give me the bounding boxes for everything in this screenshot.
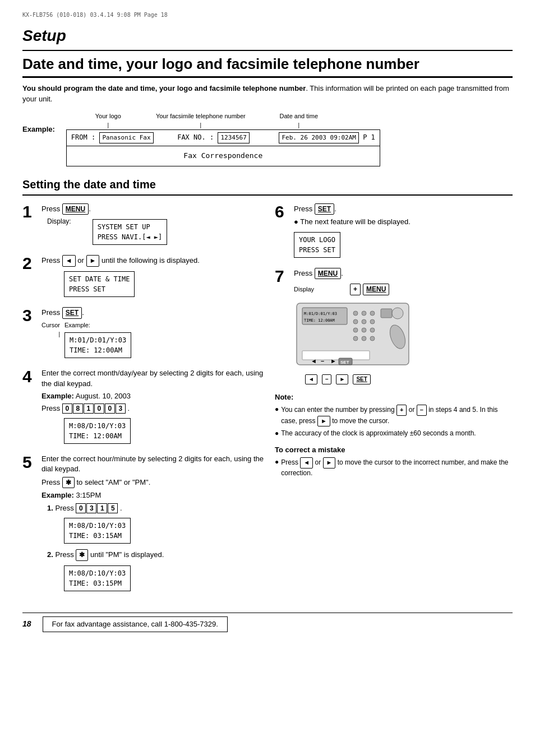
right-key-2[interactable]: ► — [86, 255, 100, 267]
fax-date-value: Feb. 26 2003 09:02AM P 1 — [279, 132, 375, 143]
step-6-bullet: ● The next feature will be displayed. — [294, 217, 513, 227]
plus-key-note[interactable]: + — [396, 405, 407, 415]
step-3-content: Press SET. Cursor | Example: M:01/D:01/Y… — [41, 307, 264, 360]
notes-section: Note: ● You can enter the number by pres… — [275, 392, 513, 438]
step-4: 4 Enter the correct month/day/year by se… — [22, 368, 264, 446]
step-7: 7 Press MENU. Display + MENU — [275, 268, 513, 385]
svg-point-14 — [362, 336, 366, 341]
step-5-text2: Press ✱ to select "AM" or "PM". — [41, 477, 264, 489]
svg-rect-16 — [381, 309, 392, 318]
step-2-content: Press ◄ or ► until the following is disp… — [41, 255, 264, 299]
device-display-label: Display — [294, 285, 314, 294]
right-key-7[interactable]: ► — [336, 374, 348, 384]
step-6-display: YOUR LOGO PRESS SET — [294, 232, 340, 258]
menu-key-1[interactable]: MENU — [62, 203, 89, 215]
svg-point-10 — [353, 328, 358, 332]
step-7-number: 7 — [275, 268, 288, 285]
example-area: Example: Your logo Your facsimile teleph… — [22, 112, 513, 166]
example-diagram: Your logo Your facsimile telephone numbe… — [66, 112, 513, 166]
svg-point-4 — [353, 311, 358, 316]
step-5-number: 5 — [22, 454, 36, 471]
right-column: 6 Press SET. ● The next feature will be … — [275, 203, 513, 601]
step-5-content: Enter the correct hour/minute by selecti… — [41, 454, 264, 593]
svg-point-17 — [392, 308, 403, 319]
step-4-example: Example: August. 10, 2003 — [41, 391, 264, 401]
step-2-text: Press ◄ or ► until the following is disp… — [41, 255, 264, 267]
menu-key-7[interactable]: MENU — [315, 268, 341, 280]
svg-text:►: ► — [330, 358, 336, 364]
step-4-digits: 0 8 1 0 0 3 — [62, 403, 126, 414]
step-6-content: Press SET. ● The next feature will be di… — [294, 203, 513, 260]
step-1-display: SYSTEM SET UP PRESS NAVI.[◄ ►] — [93, 219, 168, 245]
left-key-correct[interactable]: ◄ — [300, 457, 313, 468]
page-footer: 18 For fax advantage assistance, call 1-… — [22, 613, 513, 632]
step-4-display: M:08/D:10/Y:03 TIME: 12:00AM — [64, 418, 131, 444]
step-7-content: Press MENU. Display + MENU — [294, 268, 513, 385]
left-column: 1 Press MENU. Display: SYSTEM SET UP PRE… — [22, 203, 264, 601]
footer-text: For fax advantage assistance, call 1-800… — [43, 616, 228, 632]
arrow-date-label: Date and time — [257, 112, 341, 120]
left-key-2[interactable]: ◄ — [62, 255, 76, 267]
set-key-3[interactable]: SET — [62, 307, 82, 319]
right-key-correct[interactable]: ► — [323, 457, 336, 468]
correct-title: To correct a mistake — [275, 445, 513, 455]
step-6: 6 Press SET. ● The next feature will be … — [275, 203, 513, 260]
main-title: Date and time, your logo and facsimile t… — [22, 55, 513, 78]
plus-key-label: + — [350, 284, 361, 295]
page-number: 18 — [22, 619, 31, 630]
note-title: Note: — [275, 392, 513, 402]
step-5-display-1: M:08/D:10/Y:03 TIME: 03:15AM — [64, 518, 131, 544]
example-label: Example: — [22, 124, 55, 134]
step-3-display: M:01/D:01/Y:03 TIME: 12:00AM — [64, 332, 131, 358]
sub-step-5-2: 2. Press ✱ until "PM" is displayed. — [47, 549, 264, 561]
step-4-text: Enter the correct month/day/year by sele… — [41, 368, 264, 388]
set-key-7[interactable]: SET — [353, 374, 370, 384]
star-key-5[interactable]: ✱ — [62, 477, 75, 489]
step-1-number: 1 — [22, 203, 36, 220]
step-1-text: Press MENU. — [41, 203, 264, 215]
cursor-label: Cursor — [41, 321, 60, 330]
right-key-note[interactable]: ► — [317, 416, 330, 426]
step-3-text: Press SET. — [41, 307, 264, 319]
step-5-example: Example: 3:15PM — [41, 490, 264, 500]
display-label-1: Display: — [47, 217, 71, 226]
star-key-5-2[interactable]: ✱ — [76, 549, 88, 561]
step-4-content: Enter the correct month/day/year by sele… — [41, 368, 264, 446]
svg-point-5 — [362, 311, 366, 316]
step-5-text1: Enter the correct hour/minute by selecti… — [41, 454, 264, 474]
note-item-2: ● The accuracy of the clock is approxima… — [275, 429, 513, 438]
svg-point-6 — [370, 311, 375, 316]
fax-header-box: FROM : Panasonic Fax FAX NO. : 1234567 F… — [66, 129, 380, 146]
svg-text:SET: SET — [340, 360, 349, 365]
svg-text:M:01/D:01/Y:03: M:01/D:01/Y:03 — [304, 312, 337, 316]
step-5-digits: 0 3 1 5 — [76, 503, 118, 513]
step-1-content: Press MENU. Display: SYSTEM SET UP PRESS… — [41, 203, 264, 248]
step-7-text: Press MENU. — [294, 268, 513, 280]
step-5: 5 Enter the correct hour/minute by selec… — [22, 454, 264, 593]
correct-section: To correct a mistake ● Press ◄ or ► to m… — [275, 445, 513, 477]
step-3: 3 Press SET. Cursor | Example: M:01/D:01… — [22, 307, 264, 360]
step-2-number: 2 — [22, 255, 36, 272]
step-3-example-label: Example: — [64, 321, 131, 330]
step-4-press: Press 0 8 1 0 0 3 . — [41, 403, 264, 414]
svg-text:–: – — [321, 358, 324, 364]
fax-number: 1234567 — [218, 132, 249, 143]
intro-paragraph: You should program the date and time, yo… — [22, 84, 513, 104]
set-key-6[interactable]: SET — [315, 203, 334, 215]
step-6-number: 6 — [275, 203, 288, 220]
svg-point-9 — [370, 319, 375, 324]
svg-point-7 — [353, 319, 358, 324]
steps-layout: 1 Press MENU. Display: SYSTEM SET UP PRE… — [22, 203, 513, 601]
svg-point-11 — [362, 328, 366, 332]
note-item-1: ● You can enter the number by pressing +… — [275, 405, 513, 426]
fax-from-label: FROM : — [71, 133, 95, 142]
intro-bold: You should program the date and time, yo… — [22, 84, 306, 92]
minus-key-7[interactable]: – — [322, 374, 332, 384]
device-diagram-area: Display + MENU M:01/D:0 — [294, 284, 513, 384]
left-key-7[interactable]: ◄ — [305, 374, 317, 384]
arrow-logo-label: Your logo — [72, 112, 145, 120]
svg-point-12 — [370, 328, 375, 332]
step-2-display: SET DATE & TIME PRESS SET — [64, 271, 135, 297]
fax-fax-label: FAX NO. : 1234567 — [154, 132, 274, 143]
minus-key-note[interactable]: – — [417, 405, 427, 415]
